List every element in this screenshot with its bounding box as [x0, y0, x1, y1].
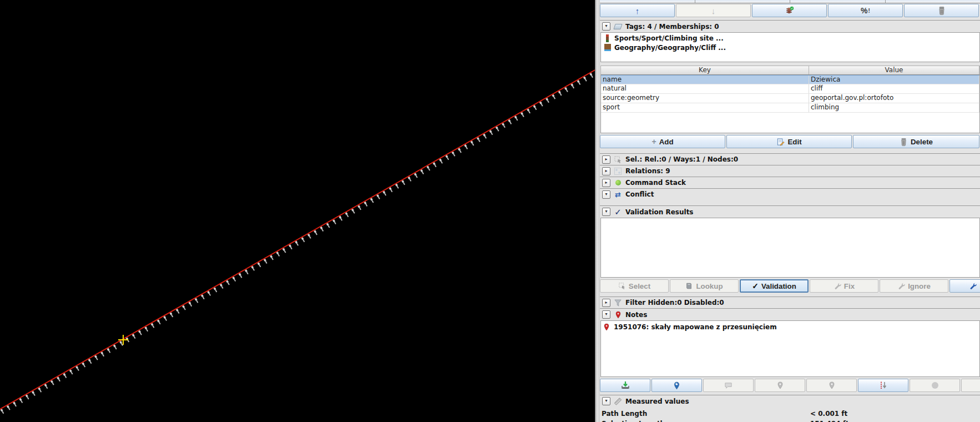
- validation-results-list[interactable]: [600, 218, 980, 278]
- table-row[interactable]: source:geometry geoportal.gov.pl:ortofot…: [601, 94, 979, 103]
- tags-panel-title: Tags: 4 / Memberships: 0: [625, 23, 719, 31]
- collapse-toggle-icon[interactable]: ▸: [602, 299, 610, 307]
- notes-list: 1951076: skały mapowane z przesunięciem: [600, 320, 980, 377]
- cliff-teeth-band: [2, 74, 595, 413]
- filter-panel-header[interactable]: ▸ Filter Hidden:0 Disabled:0: [600, 297, 980, 308]
- relations-panel-header[interactable]: ▸ Relations: 9: [600, 165, 980, 177]
- preset-link[interactable]: Geography/Geography/Cliff ...: [602, 43, 978, 52]
- measured-values-title: Measured values: [625, 398, 689, 405]
- tag-table-header: Key Value: [600, 66, 980, 75]
- move-layer-down-button[interactable]: ↓: [676, 4, 751, 17]
- upload-notes-button[interactable]: [910, 379, 960, 392]
- manage-wrench-icon: [969, 282, 977, 290]
- value-column-header[interactable]: Value: [809, 66, 979, 74]
- selection-length-label: Selection Length: [600, 420, 810, 422]
- table-row[interactable]: name Dziewica: [601, 75, 979, 84]
- fix-button[interactable]: Fix: [810, 279, 878, 293]
- collapse-toggle-icon[interactable]: ▸: [602, 167, 610, 175]
- select-button[interactable]: Select: [600, 279, 669, 293]
- selection-length-row: Selection Length 151,494 ft: [600, 419, 980, 422]
- notes-panel-title: Notes: [625, 311, 647, 319]
- delete-layer-icon: [937, 6, 946, 15]
- wrench-icon: [833, 282, 841, 290]
- collapse-toggle-icon[interactable]: ▾: [602, 190, 610, 199]
- move-layer-up-button[interactable]: ↑: [600, 4, 675, 17]
- key-column-header[interactable]: Key: [601, 66, 809, 74]
- delete-layer-button[interactable]: [904, 4, 979, 17]
- preset-link[interactable]: Sports/Sport/Climbing site ...: [602, 33, 978, 43]
- validation-button[interactable]: ✓ Validation: [740, 279, 809, 293]
- climbing-site-preset-icon: [603, 34, 612, 42]
- collapse-toggle-icon[interactable]: ▾: [602, 397, 610, 405]
- ignore-button[interactable]: Ignore: [880, 279, 948, 293]
- reopen-note-icon: [828, 381, 836, 389]
- validation-panel-header[interactable]: ▾ ✓ Validation Results: [600, 205, 980, 218]
- tags-panel: ▾ Tags: 4 / Memberships: 0 Sports/Sport/…: [600, 20, 980, 149]
- add-comment-button[interactable]: [703, 379, 754, 392]
- layer-opacity-icon: %: [861, 6, 867, 15]
- layer-opacity-button[interactable]: %!: [828, 4, 903, 17]
- path-length-label: Path Length: [600, 410, 810, 418]
- table-row[interactable]: natural cliff: [601, 84, 979, 94]
- measured-values-header[interactable]: ▾ Measured values: [600, 395, 980, 407]
- move-layer-down-icon: ↓: [711, 6, 716, 16]
- command-stack-panel-header[interactable]: ▸ Command Stack: [600, 177, 980, 188]
- download-notes-button[interactable]: [600, 379, 650, 392]
- sort-notes-icon: [879, 381, 888, 390]
- collapse-toggle-icon[interactable]: ▸: [602, 155, 610, 164]
- close-note-button[interactable]: [755, 379, 805, 392]
- tags-panel-header[interactable]: ▾ Tags: 4 / Memberships: 0: [600, 20, 980, 32]
- panel-splitter[interactable]: [595, 0, 600, 422]
- josm-window: ↑ ↓ %! ▾ Tags: 4 / Memberships: 0: [0, 0, 980, 422]
- validation-check-icon: ✓: [752, 282, 759, 290]
- delete-tag-button[interactable]: Delete: [853, 135, 979, 148]
- upload-notes-icon: [932, 382, 938, 389]
- note-pin-icon: [614, 310, 622, 319]
- collapse-toggle-icon[interactable]: ▾: [602, 310, 610, 319]
- selection-panel-header[interactable]: ▸ Sel.: Rel.:0 / Ways:1 / Nodes:0: [600, 153, 980, 165]
- measured-values-panel: ▾ Measured values Path Length < 0.001 ft…: [600, 395, 980, 422]
- selected-way-line[interactable]: [0, 70, 595, 409]
- sort-notes-button[interactable]: [858, 379, 908, 392]
- command-stack-icon: [614, 179, 622, 187]
- activate-layer-button[interactable]: [752, 4, 827, 17]
- lookup-button[interactable]: Lookup: [670, 279, 739, 293]
- notes-extra-button[interactable]: [961, 379, 980, 392]
- collapse-toggle-icon[interactable]: ▸: [602, 179, 610, 187]
- download-notes-icon: [621, 381, 630, 390]
- add-comment-icon: [724, 381, 733, 390]
- edit-icon: [776, 138, 785, 146]
- new-note-icon: +: [673, 381, 681, 390]
- activate-layer-icon: [785, 6, 794, 15]
- validation-panel-title: Validation Results: [625, 208, 694, 216]
- map-canvas[interactable]: [0, 0, 595, 422]
- path-length-row: Path Length < 0.001 ft: [600, 409, 980, 419]
- cliff-way-rendering: [0, 0, 595, 422]
- preset-links: Sports/Sport/Climbing site ... Geography…: [600, 32, 980, 62]
- filter-funnel-icon: [614, 299, 622, 307]
- add-tag-button[interactable]: + Add: [600, 135, 725, 148]
- cliff-preset-icon: [603, 43, 612, 52]
- validation-panel: ▾ ✓ Validation Results Select Lookup ✓ V…: [600, 205, 980, 293]
- validation-check-icon: ✓: [614, 208, 622, 216]
- lookup-icon: [685, 282, 693, 290]
- note-list-item[interactable]: 1951076: skały mapowane z przesunięciem: [601, 321, 979, 333]
- notes-panel-header[interactable]: ▾ Notes: [600, 308, 980, 320]
- add-icon: +: [651, 137, 656, 146]
- table-row[interactable]: sport climbing: [601, 103, 979, 113]
- close-note-icon: [776, 381, 784, 389]
- edit-tag-button[interactable]: Edit: [726, 135, 852, 148]
- collapse-toggle-icon[interactable]: ▾: [602, 208, 610, 216]
- wrench-icon: [897, 282, 905, 290]
- new-note-button[interactable]: +: [651, 379, 702, 392]
- collapse-toggle-icon[interactable]: ▾: [602, 22, 610, 31]
- manage-button[interactable]: Mana: [949, 279, 980, 293]
- conflict-icon: ⇄: [614, 190, 622, 199]
- conflict-panel-header[interactable]: ▾ ⇄ Conflict: [600, 188, 980, 200]
- ruler-icon: [614, 397, 622, 405]
- tag-table: name Dziewica natural cliff source:geome…: [600, 75, 980, 133]
- tag-icon: [614, 22, 622, 31]
- select-cursor-icon: [618, 282, 626, 290]
- notes-toolbar: +: [600, 378, 980, 393]
- reopen-note-button[interactable]: [806, 379, 857, 392]
